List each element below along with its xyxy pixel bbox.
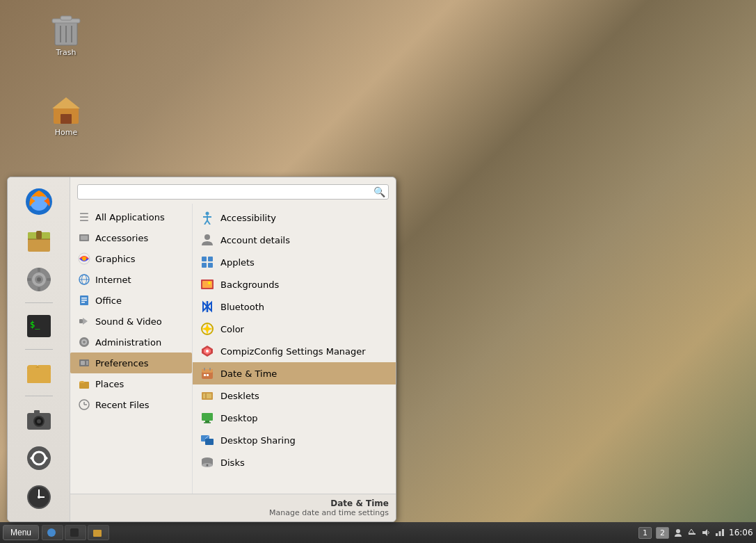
app-compiz-label: CompizConfig Settings Manager [220, 346, 366, 357]
category-places-label: Places [95, 379, 124, 389]
taskbar-item-terminal[interactable] [65, 525, 86, 540]
app-desklets-label: Desklets [220, 391, 259, 401]
app-desklets[interactable]: Desklets [193, 384, 396, 407]
accessories-icon [77, 231, 91, 245]
menu-tooltip: Date & Time Manage date and time setting… [70, 494, 396, 521]
app-backgrounds[interactable]: Backgrounds [193, 273, 396, 295]
app-accessibility-label: Accessibility [220, 213, 276, 223]
taskbar-right: 1 2 16:06 [638, 527, 753, 539]
app-compiz[interactable]: CompizConfig Settings Manager [193, 340, 396, 362]
desklets-icon [200, 388, 215, 403]
app-date-time[interactable]: Date & Time [193, 362, 396, 384]
disks-icon [200, 455, 215, 470]
prefs-icon [77, 356, 91, 370]
svg-rect-59 [81, 361, 85, 365]
svg-point-20 [37, 277, 41, 282]
sound-icon [77, 314, 91, 328]
category-all[interactable]: ☰ All Applications [70, 206, 192, 227]
svg-rect-15 [36, 231, 42, 239]
svg-rect-10 [61, 114, 72, 124]
sidebar-sep-2 [25, 349, 53, 350]
svg-rect-94 [202, 413, 213, 421]
workspace-1[interactable]: 1 [638, 527, 652, 539]
category-preferences[interactable]: Preferences [70, 352, 192, 373]
sidebar-icon-sync[interactable] [22, 441, 56, 476]
menu-categories: ☰ All Applications Accessories [70, 204, 192, 494]
svg-point-67 [206, 212, 209, 216]
account-icon [200, 232, 215, 248]
svg-point-45 [82, 257, 86, 261]
svg-rect-52 [81, 302, 85, 303]
taskbar-item-browser[interactable] [42, 525, 63, 540]
sidebar-icon-folder[interactable] [22, 355, 56, 390]
taskbar-item-files[interactable] [88, 525, 109, 540]
category-accessories-label: Accessories [95, 233, 148, 243]
home-svg [51, 96, 81, 124]
taskbar: Menu 1 2 16:06 [0, 522, 756, 543]
category-sound-label: Sound & Video [95, 316, 162, 327]
workspace-2[interactable]: 2 [656, 527, 669, 539]
category-office[interactable]: Office [70, 290, 192, 311]
app-bluetooth-label: Bluetooth [220, 302, 264, 312]
app-bluetooth[interactable]: Bluetooth [193, 295, 396, 318]
search-input[interactable] [81, 187, 373, 197]
sidebar-icon-camera[interactable] [22, 402, 56, 437]
internet-icon [77, 273, 91, 286]
graphics-icon [77, 252, 91, 266]
svg-marker-110 [702, 529, 707, 536]
app-desktop-sharing[interactable]: Desktop Sharing [193, 429, 396, 451]
app-color[interactable]: Color [193, 318, 396, 340]
category-places[interactable]: Places [70, 373, 192, 394]
app-applets-label: Applets [220, 257, 255, 268]
svg-rect-86 [202, 369, 213, 373]
category-graphics-label: Graphics [95, 254, 135, 264]
svg-rect-78 [202, 281, 212, 288]
svg-rect-98 [205, 439, 214, 445]
color-icon [200, 321, 215, 337]
search-button[interactable]: 🔍 [373, 186, 385, 197]
menu-button[interactable]: Menu [3, 525, 39, 540]
sidebar-icon-firefox[interactable] [22, 184, 56, 219]
category-recent[interactable]: Recent Files [70, 394, 192, 415]
sidebar-sep-3 [25, 396, 53, 396]
category-office-label: Office [95, 295, 122, 306]
sidebar-sep-1 [25, 302, 53, 303]
app-applets[interactable]: Applets [193, 251, 396, 273]
svg-rect-22 [38, 287, 40, 291]
category-administration[interactable]: Administration [70, 332, 192, 352]
desktop-icon-trash[interactable]: Trash [38, 10, 94, 60]
app-date-time-label: Date & Time [220, 368, 277, 379]
home-icon [49, 93, 83, 127]
sidebar-icon-terminal[interactable]: $_ [22, 309, 56, 343]
category-sound-video[interactable]: Sound & Video [70, 311, 192, 332]
category-internet[interactable]: Internet [70, 269, 192, 290]
app-accessibility[interactable]: Accessibility [193, 206, 396, 229]
sidebar-icon-settings[interactable] [22, 262, 56, 297]
tooltip-title: Date & Time [77, 499, 389, 508]
accessibility-icon [200, 210, 215, 225]
menu-content: ☰ All Applications Accessories [70, 204, 396, 494]
trash-label: Trash [56, 48, 76, 57]
search-box[interactable]: 🔍 [77, 184, 389, 200]
category-prefs-label: Preferences [95, 358, 148, 368]
sidebar-icon-package[interactable] [22, 223, 56, 258]
desktop-icon-app [200, 410, 215, 426]
category-graphics[interactable]: Graphics [70, 248, 192, 269]
all-icon: ☰ [77, 210, 91, 224]
app-disks[interactable]: Disks [193, 451, 396, 473]
desktop: Trash Home [0, 0, 756, 543]
svg-marker-109 [689, 529, 694, 533]
app-desktop[interactable]: Desktop [193, 407, 396, 429]
svg-rect-75 [202, 263, 207, 268]
svg-point-32 [37, 419, 41, 423]
svg-point-57 [83, 341, 86, 343]
tooltip-description: Manage date and time settings [77, 508, 389, 517]
sidebar-icon-clock[interactable] [22, 480, 56, 514]
category-accessories[interactable]: Accessories [70, 227, 192, 248]
svg-rect-50 [81, 298, 87, 299]
app-desktop-sharing-label: Desktop Sharing [220, 435, 296, 446]
svg-rect-112 [719, 531, 721, 536]
desktop-icon-home[interactable]: Home [38, 90, 94, 140]
app-account-details[interactable]: Account details [193, 229, 396, 251]
taskbar-items [42, 525, 638, 540]
